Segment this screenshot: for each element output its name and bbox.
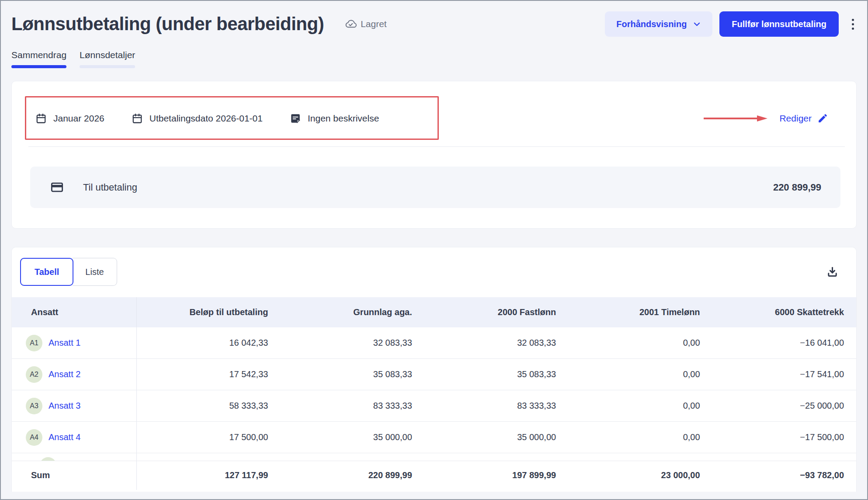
period-item: Januar 2026 (35, 113, 104, 124)
cell-value: −16 041,00 (712, 327, 856, 359)
table-sum-row: Sum 127 117,99 220 899,99 197 899,99 23 … (12, 461, 856, 490)
period-info-row: Januar 2026 Utbetalingsdato 2026-01-01 (12, 97, 856, 140)
divider (28, 146, 845, 147)
payment-date-label: Utbetalingsdato 2026-01-01 (149, 113, 263, 124)
table-toolbar: Tabell Liste (12, 258, 856, 286)
cell-value: 83 333,33 (280, 390, 424, 422)
cell-value: 0,00 (568, 359, 712, 390)
cell-value: 0,00 (568, 390, 712, 422)
period-card: Januar 2026 Utbetalingsdato 2026-01-01 (11, 81, 857, 229)
tab-salary-details[interactable]: Lønnsdetaljer (80, 50, 135, 68)
avatar (40, 457, 56, 461)
cell-value: 58 333,33 (136, 390, 280, 422)
sum-value: 127 117,99 (136, 461, 280, 490)
cell-value: 32 083,33 (424, 327, 568, 359)
toggle-list-button[interactable]: Liste (73, 258, 117, 286)
saved-status: Lagret (345, 18, 387, 30)
preview-button[interactable]: Forhåndsvisning (605, 11, 712, 37)
cloud-check-icon (345, 18, 357, 30)
col-fastlonn: 2000 Fastlønn (424, 297, 568, 327)
employee-link[interactable]: Ansatt 1 (49, 338, 80, 348)
edit-link[interactable]: Rediger (779, 113, 812, 124)
col-grunnlag: Grunnlag aga. (280, 297, 424, 327)
payroll-table: Ansatt Beløp til utbetaling Grunnlag aga… (12, 297, 856, 490)
payment-date-item: Utbetalingsdato 2026-01-01 (132, 113, 263, 124)
cell-value: 32 083,33 (280, 327, 424, 359)
sum-value: 197 899,99 (424, 461, 568, 490)
table-row-partial (12, 453, 856, 461)
table-card: Tabell Liste Ansatt Beløp til utbetaling (11, 247, 857, 492)
cell-value: 35 000,00 (424, 422, 568, 453)
cell-value: 0,00 (568, 327, 712, 359)
cell-value: 0,00 (568, 422, 712, 453)
more-options-button[interactable] (849, 15, 857, 33)
download-button[interactable] (826, 266, 839, 278)
col-belop: Beløp til utbetaling (136, 297, 280, 327)
cell-value: −17 541,00 (712, 359, 856, 390)
edit-link-group: Rediger (703, 113, 828, 124)
toggle-table-button[interactable]: Tabell (20, 258, 73, 286)
payout-label: Til utbetaling (83, 182, 137, 193)
pencil-icon[interactable] (817, 113, 828, 124)
complete-payroll-button[interactable]: Fullfør lønnsutbetaling (719, 11, 839, 37)
table-row: A3 Ansatt 3 58 333,33 83 333,33 83 333,3… (12, 390, 856, 422)
col-timelonn: 2001 Timelønn (568, 297, 712, 327)
credit-card-icon (50, 181, 64, 194)
tab-active-underline (11, 65, 66, 68)
preview-button-label: Forhåndsvisning (616, 19, 687, 29)
chevron-down-icon (693, 20, 701, 28)
payout-amount: 220 899,99 (773, 182, 821, 193)
description-label: Ingen beskrivelse (308, 113, 379, 124)
page-title: Lønnsutbetaling (under bearbeiding) (11, 14, 324, 35)
calendar-icon (132, 113, 143, 124)
period-label: Januar 2026 (53, 113, 104, 124)
tab-summary[interactable]: Sammendrag (11, 50, 66, 68)
tab-summary-label: Sammendrag (11, 50, 66, 60)
payroll-page: Lønnsutbetaling (under bearbeiding) Lagr… (1, 1, 867, 492)
sum-value: −93 782,00 (712, 461, 856, 490)
avatar: A4 (26, 429, 42, 446)
sum-value: 220 899,99 (280, 461, 424, 490)
cell-value: 35 000,00 (280, 422, 424, 453)
cell-value: −25 000,00 (712, 390, 856, 422)
employee-link[interactable]: Ansatt 4 (49, 432, 80, 442)
cell-value: 35 083,33 (280, 359, 424, 390)
cell-value: 16 042,33 (136, 327, 280, 359)
note-icon (290, 113, 301, 124)
cell-value: 17 500,00 (136, 422, 280, 453)
col-ansatt: Ansatt (12, 297, 136, 327)
calendar-icon (35, 113, 47, 124)
avatar: A1 (26, 335, 42, 351)
sum-label: Sum (12, 461, 136, 490)
table-row: A1 Ansatt 1 16 042,33 32 083,33 32 083,3… (12, 327, 856, 359)
avatar: A2 (26, 366, 42, 383)
view-toggle: Tabell Liste (20, 258, 117, 286)
payout-row: Til utbetaling 220 899,99 (30, 167, 840, 208)
cell-value: 35 083,33 (424, 359, 568, 390)
cell-value: −17 500,00 (712, 422, 856, 453)
cell-value: 83 333,33 (424, 390, 568, 422)
avatar: A3 (26, 398, 42, 414)
sum-value: 23 000,00 (568, 461, 712, 490)
tab-inactive-underline (80, 65, 135, 68)
tab-details-label: Lønnsdetaljer (80, 50, 135, 60)
tab-bar: Sammendrag Lønnsdetaljer (11, 50, 857, 68)
table-header-row: Ansatt Beløp til utbetaling Grunnlag aga… (12, 297, 856, 327)
col-skattetrekk: 6000 Skattetrekk (712, 297, 856, 327)
annotation-arrow (703, 114, 768, 123)
employee-link[interactable]: Ansatt 3 (49, 401, 80, 411)
table-row: A2 Ansatt 2 17 542,33 35 083,33 35 083,3… (12, 359, 856, 390)
cell-value: 17 542,33 (136, 359, 280, 390)
saved-label: Lagret (361, 19, 387, 29)
table-row: A4 Ansatt 4 17 500,00 35 000,00 35 000,0… (12, 422, 856, 453)
description-item: Ingen beskrivelse (290, 113, 379, 124)
topbar: Lønnsutbetaling (under bearbeiding) Lagr… (11, 1, 857, 37)
employee-link[interactable]: Ansatt 2 (49, 369, 80, 379)
